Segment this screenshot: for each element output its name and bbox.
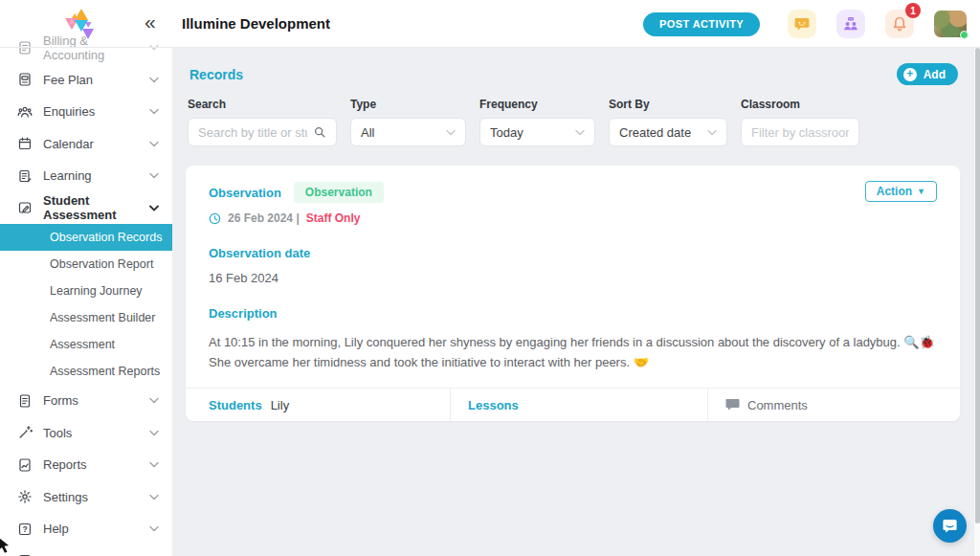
notifications-button[interactable]: 1: [885, 10, 914, 38]
sidebar-item-label: Tools: [43, 426, 149, 440]
chevron-down-icon: [149, 205, 159, 211]
sort-by-label: Sort By: [609, 98, 727, 111]
chat-launcher-button[interactable]: [933, 509, 967, 543]
lessons-label: Lessons: [468, 398, 519, 412]
record-type-badge: Observation: [294, 182, 384, 203]
search-input[interactable]: [198, 125, 307, 140]
sidebar-subitem-assessment[interactable]: Assessment: [0, 331, 172, 358]
staff-only-flag: Staff Only: [306, 211, 361, 225]
add-button-label: Add: [924, 68, 946, 81]
sidebar-item-settings[interactable]: Settings: [0, 481, 172, 514]
sidebar-item-reports[interactable]: Reports: [0, 449, 172, 481]
sidebar-item-label: Fee Plan: [43, 73, 149, 87]
main-content: Records + Add Search Type All: [172, 48, 973, 556]
classroom-input[interactable]: [751, 125, 849, 140]
sidebar-item-tools[interactable]: Tools: [0, 417, 172, 450]
community-button[interactable]: [836, 10, 865, 38]
sidebar-item-label: Calendar: [43, 137, 149, 151]
record-card: Observation Observation 26 Feb 2024 | St…: [186, 166, 960, 421]
comment-icon: [725, 398, 740, 411]
sidebar-item-enquiries[interactable]: Enquiries: [0, 96, 172, 128]
frequency-select-value: Today: [490, 125, 523, 140]
sidebar-item-label: Help: [43, 522, 149, 536]
type-select[interactable]: All: [350, 118, 466, 146]
sidebar-item-fee-plan[interactable]: Fee Plan: [0, 64, 172, 97]
comments-label: Comments: [747, 398, 808, 412]
description-text: At 10:15 in the morning, Lily conquered …: [209, 332, 937, 372]
svg-text:?: ?: [22, 524, 27, 534]
clock-icon: [209, 212, 221, 225]
students-value: Lily: [271, 398, 290, 412]
add-button[interactable]: + Add: [897, 63, 958, 85]
sidebar-subitem-observation-report[interactable]: Observation Report: [0, 251, 172, 278]
chevron-down-icon: [707, 129, 717, 136]
filter-type: Type All: [350, 98, 466, 146]
students-label: Students: [209, 398, 262, 412]
comments-button[interactable]: Comments: [707, 389, 960, 421]
lessons-cell: Lessons: [450, 389, 707, 421]
filter-frequency: Frequency Today: [479, 98, 595, 146]
activity-feed-button[interactable]: [788, 10, 816, 38]
fee-plan-icon: [17, 72, 33, 87]
record-date: 26 Feb 2024 |: [228, 211, 300, 225]
sidebar-item-label: Student Assessment: [43, 193, 149, 222]
app-window: Billing & Accounting Fee Plan Enquiries: [0, 0, 980, 556]
record-title: Observation: [209, 186, 281, 200]
scrollbar-track[interactable]: [973, 48, 980, 556]
chevron-down-icon: [149, 172, 159, 179]
sidebar-subitem-assessment-reports[interactable]: Assessment Reports: [0, 358, 172, 385]
filter-sort-by: Sort By Created date: [609, 98, 727, 146]
sidebar-item-label: Settings: [43, 490, 149, 504]
bell-icon: [891, 15, 908, 33]
chevron-down-icon: [575, 129, 585, 136]
sidebar-item-parent-mode[interactable]: Parent Mode: [0, 545, 172, 556]
user-avatar[interactable]: [934, 11, 967, 37]
notification-count-badge: 1: [905, 3, 921, 18]
speech-bubble-icon: [793, 15, 811, 33]
filter-search: Search: [188, 98, 337, 146]
collapse-sidebar-icon[interactable]: «: [145, 11, 154, 32]
action-button[interactable]: Action ▼: [865, 181, 937, 202]
calendar-icon: [17, 136, 33, 151]
sidebar-nav: Billing & Accounting Fee Plan Enquiries: [0, 32, 172, 556]
sidebar-subitem-observation-records[interactable]: Observation Records: [0, 224, 172, 251]
students-cell: Students Lily: [186, 389, 450, 421]
sidebar-item-forms[interactable]: Forms: [0, 385, 172, 417]
observation-date-label: Observation date: [209, 246, 937, 260]
chevron-down-icon: [149, 397, 159, 404]
frequency-select[interactable]: Today: [479, 118, 595, 146]
sidebar-item-label: Forms: [43, 393, 149, 408]
chevron-down-icon: [149, 494, 159, 500]
caret-down-icon: ▼: [917, 188, 925, 196]
chevron-down-icon: [446, 129, 456, 136]
sort-by-select[interactable]: Created date: [609, 118, 727, 146]
observation-date-value: 16 Feb 2024: [209, 271, 937, 285]
page-title: Records: [189, 67, 243, 82]
search-icon: [313, 125, 326, 139]
sidebar-subitem-assessment-builder[interactable]: Assessment Builder: [0, 304, 172, 331]
filter-classroom: Classroom: [741, 98, 859, 146]
top-header: « Illumine Development POST ACTIVITY 1: [0, 0, 980, 48]
chevron-down-icon: [149, 141, 159, 147]
filter-bar: Search Type All Frequency Today: [186, 98, 960, 146]
sort-by-select-value: Created date: [619, 125, 691, 140]
gear-icon: [17, 489, 33, 504]
frequency-label: Frequency: [479, 98, 595, 111]
scrollbar-thumb[interactable]: [975, 48, 980, 523]
illumine-logo-icon: [61, 6, 100, 46]
report-icon: [17, 457, 33, 473]
sidebar-item-learning[interactable]: Learning: [0, 160, 172, 192]
sidebar-item-help[interactable]: ? Help: [0, 513, 172, 545]
mouse-cursor: [0, 537, 11, 556]
classroom-label: Classroom: [741, 98, 859, 111]
description-label: Description: [209, 306, 937, 321]
sidebar-subitem-learning-journey[interactable]: Learning Journey: [0, 278, 172, 304]
people-chat-icon: [842, 15, 859, 33]
sidebar-item-student-assessment[interactable]: Student Assessment: [0, 192, 172, 225]
online-status-dot: [960, 31, 969, 39]
notebook-icon: [17, 168, 33, 184]
sidebar-item-calendar[interactable]: Calendar: [0, 128, 172, 161]
action-button-label: Action: [877, 185, 912, 198]
post-activity-button[interactable]: POST ACTIVITY: [643, 12, 760, 36]
type-label: Type: [350, 98, 466, 111]
